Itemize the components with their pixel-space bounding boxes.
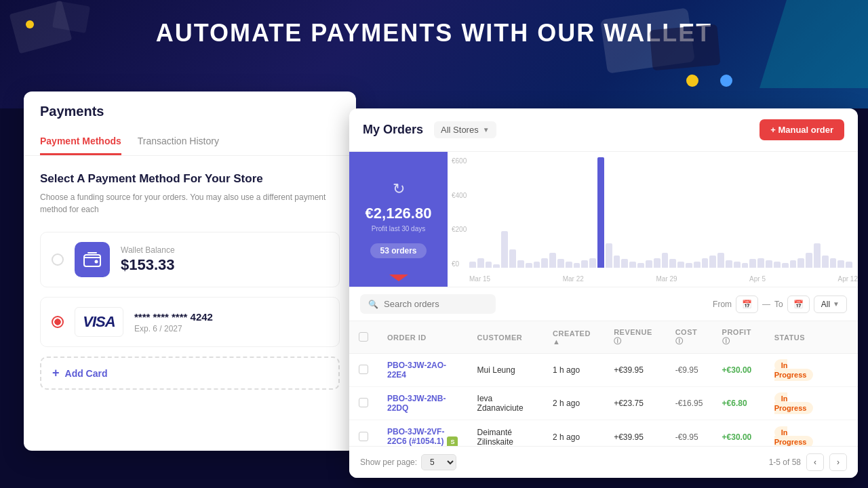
chart-bar bbox=[782, 263, 789, 268]
chart-x-labels: Mar 15 Mar 22 Mar 29 Apr 5 Apr 12 bbox=[469, 275, 858, 283]
payments-body: Select A Payment Method For Your Store C… bbox=[24, 156, 356, 406]
customer-2: Deimanté Zilinskaite bbox=[468, 420, 543, 447]
all-filter-select[interactable]: All ▼ bbox=[814, 296, 847, 313]
wallet-value: $153.33 bbox=[121, 256, 328, 274]
order-id-1[interactable]: PBO-3JW-2NB-22DQ bbox=[387, 394, 446, 413]
row-checkbox-1[interactable] bbox=[359, 398, 368, 407]
chart-bar bbox=[574, 263, 580, 268]
table-row[interactable]: PBO-3JW-2AO-22E4 Mui Leung 1 h ago +€39.… bbox=[349, 354, 858, 387]
chart-bar bbox=[694, 262, 701, 268]
chart-bar bbox=[517, 260, 524, 268]
calendar-icon-from: 📅 bbox=[742, 300, 752, 309]
chart-bar bbox=[469, 262, 476, 268]
order-id-2[interactable]: PBO-3JW-2VF-22C6 (#1054.1) bbox=[387, 427, 444, 446]
created-1: 2 h ago bbox=[543, 387, 604, 420]
from-date-input[interactable]: 📅 bbox=[736, 296, 758, 313]
chart-bar bbox=[709, 256, 716, 268]
visa-logo: VISA bbox=[83, 313, 115, 331]
payments-tabs: Payment Methods Transaction History bbox=[40, 129, 340, 155]
chart-bar bbox=[597, 157, 604, 268]
prev-page-button[interactable]: ‹ bbox=[806, 453, 824, 471]
status-badge-1: In Progress bbox=[774, 392, 814, 414]
chart-bar bbox=[549, 253, 556, 268]
created-2: 2 h ago bbox=[543, 420, 604, 447]
chart-y-labels: €600 €400 €200 €0 bbox=[448, 157, 471, 268]
next-page-button[interactable]: › bbox=[829, 453, 847, 471]
per-page-dropdown[interactable]: 5 10 20 bbox=[421, 454, 456, 470]
chart-bar bbox=[686, 263, 692, 268]
x-label-apr5: Apr 5 bbox=[749, 275, 766, 283]
table-row[interactable]: PBO-3JW-2VF-22C6 (#1054.1)S Deimanté Zil… bbox=[349, 420, 858, 447]
wallet-radio[interactable] bbox=[52, 253, 64, 266]
chart-bar bbox=[749, 259, 756, 268]
chart-bar bbox=[774, 262, 781, 268]
tab-payment-methods[interactable]: Payment Methods bbox=[40, 129, 121, 155]
chart-bar bbox=[766, 260, 772, 268]
chart-bar bbox=[526, 263, 532, 268]
row-checkbox-0[interactable] bbox=[359, 365, 368, 374]
chart-bar bbox=[734, 262, 741, 268]
plus-icon: + bbox=[52, 366, 60, 380]
wallet-method-row[interactable]: Wallet Balance $153.33 bbox=[40, 232, 340, 287]
col-order-id[interactable]: ORDER ID bbox=[378, 321, 468, 354]
card-expiry: Exp. 6 / 2027 bbox=[134, 324, 328, 333]
card-radio[interactable] bbox=[52, 316, 64, 328]
chart-bar bbox=[566, 262, 572, 268]
filter-bar: 🔍 From 📅 — To 📅 All ▼ bbox=[349, 287, 858, 321]
chart-bar bbox=[662, 253, 669, 268]
chevron-down-icon: ▼ bbox=[483, 126, 490, 134]
card-number: **** **** **** 4242 bbox=[134, 311, 328, 323]
table-row[interactable]: PBO-3JW-2NB-22DQ Ieva Zdanaviciute 2 h a… bbox=[349, 387, 858, 420]
chart-bar bbox=[726, 260, 732, 268]
wallet-info: Wallet Balance $153.33 bbox=[121, 245, 328, 274]
x-label-mar29: Mar 29 bbox=[656, 275, 677, 283]
chart-bar bbox=[797, 258, 804, 268]
chart-bar bbox=[614, 256, 620, 268]
row-checkbox-2[interactable] bbox=[359, 432, 368, 441]
per-page-label: Show per page: bbox=[360, 458, 417, 467]
col-created[interactable]: CREATED ▲ bbox=[543, 321, 604, 354]
chart-container: €600 €400 €200 €0 Mar 15 Mar 22 Mar 29 A… bbox=[448, 152, 858, 287]
to-date-input[interactable]: 📅 bbox=[787, 296, 810, 313]
col-revenue[interactable]: REVENUE ⓘ bbox=[604, 321, 666, 354]
pagination: 1-5 of 58 ‹ › bbox=[769, 453, 847, 471]
profit-icon: ↻ bbox=[393, 180, 405, 198]
revenue-1: +€23.75 bbox=[604, 387, 666, 420]
cost-1: -€16.95 bbox=[666, 387, 713, 420]
col-status[interactable]: STATUS bbox=[765, 321, 831, 354]
profit-0: +€30.00 bbox=[713, 354, 765, 387]
chart-bar bbox=[677, 262, 684, 268]
x-label-mar22: Mar 22 bbox=[563, 275, 584, 283]
y-label-400: €400 bbox=[452, 192, 467, 199]
decorative-card-dark bbox=[650, 24, 721, 70]
payments-panel: Payments Payment Methods Transaction His… bbox=[24, 92, 356, 451]
table-footer: Show per page: 5 10 20 1-5 of 58 ‹ › bbox=[349, 446, 858, 478]
col-profit[interactable]: PROFIT ⓘ bbox=[713, 321, 765, 354]
tab-transaction-history[interactable]: Transaction History bbox=[138, 129, 219, 155]
add-card-button[interactable]: + Add Card bbox=[40, 357, 340, 390]
chart-bar bbox=[646, 260, 652, 268]
chart-bar bbox=[742, 263, 749, 268]
col-cost[interactable]: COST ⓘ bbox=[666, 321, 713, 354]
chart-bar bbox=[621, 259, 628, 268]
store-selector[interactable]: All Stores ▼ bbox=[434, 121, 496, 138]
stats-arrow-icon bbox=[389, 274, 408, 281]
manual-order-button[interactable]: + Manual order bbox=[760, 119, 844, 140]
chart-bar bbox=[702, 258, 709, 268]
chart-bar bbox=[830, 258, 837, 268]
col-customer[interactable]: CUSTOMER bbox=[468, 321, 543, 354]
chart-bar bbox=[806, 253, 812, 268]
search-input[interactable] bbox=[384, 299, 488, 309]
cost-0: -€9.95 bbox=[666, 354, 713, 387]
wallet-label: Wallet Balance bbox=[121, 245, 328, 255]
chart-bar bbox=[629, 262, 636, 268]
order-id-0[interactable]: PBO-3JW-2AO-22E4 bbox=[387, 361, 446, 380]
chart-bar bbox=[509, 249, 516, 268]
filter-chevron-icon: ▼ bbox=[833, 300, 840, 308]
from-label: From bbox=[713, 300, 732, 309]
chart-bar bbox=[486, 262, 492, 268]
search-box[interactable]: 🔍 bbox=[360, 294, 496, 314]
card-method-row[interactable]: VISA **** **** **** 4242 Exp. 6 / 2027 bbox=[40, 297, 340, 347]
shopify-icon: S bbox=[447, 436, 458, 446]
chart-bar bbox=[493, 264, 500, 268]
